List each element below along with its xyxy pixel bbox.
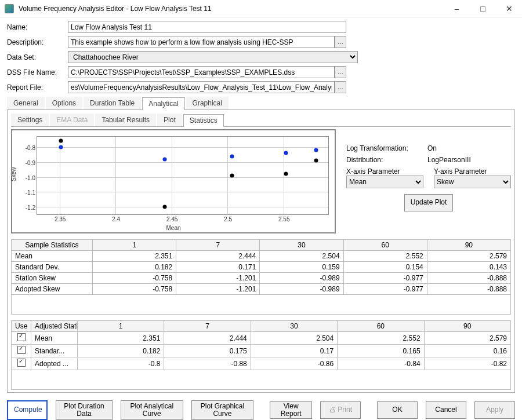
- apply-button: Apply: [474, 401, 515, 419]
- table2-pad: [11, 370, 511, 390]
- description-input[interactable]: [68, 36, 335, 48]
- dataset-select[interactable]: Chattahoochee River: [68, 51, 358, 63]
- log-transformation-value: On: [427, 144, 437, 152]
- use-checkbox[interactable]: [17, 346, 26, 354]
- description-browse-button[interactable]: …: [335, 36, 346, 48]
- cell-value: -0.977: [343, 284, 427, 295]
- name-input[interactable]: [68, 21, 346, 33]
- plot-graphical-curve-button[interactable]: Plot Graphical Curve: [191, 400, 254, 420]
- tab-duration-table[interactable]: Duration Table: [84, 97, 141, 109]
- cancel-button[interactable]: Cancel: [426, 401, 466, 419]
- cell-value[interactable]: 2.444: [164, 332, 251, 345]
- y-axis-label: Skew: [10, 167, 17, 181]
- description-label: Description:: [7, 38, 68, 46]
- use-checkbox[interactable]: [17, 359, 26, 367]
- cell-value[interactable]: 0.175: [164, 345, 251, 357]
- minimize-button[interactable]: ‒: [444, 0, 470, 17]
- table2-header-col: 90: [424, 321, 510, 332]
- table-row: Adopted Skew-0.758-1.201-0.989-0.977-0.8…: [12, 284, 511, 295]
- table-row: Adopted ...-0.8-0.88-0.86-0.84-0.82: [12, 357, 511, 370]
- cell-value[interactable]: -0.82: [424, 357, 510, 370]
- subtab-settings[interactable]: Settings: [11, 114, 49, 126]
- xparam-select[interactable]: Mean: [346, 176, 423, 188]
- cell-value: -0.989: [260, 284, 343, 295]
- ytick-label: -0.9: [26, 159, 35, 166]
- dssfile-browse-button[interactable]: …: [335, 66, 346, 78]
- table2-header-col: 60: [338, 321, 424, 332]
- distribution-value: LogPearsonIII: [427, 156, 471, 164]
- compute-button[interactable]: Compute: [7, 400, 48, 420]
- maximize-button[interactable]: □: [470, 0, 496, 17]
- cell-value: 2.579: [427, 251, 510, 262]
- cell-value[interactable]: 2.504: [251, 332, 337, 345]
- close-button[interactable]: ✕: [496, 0, 522, 17]
- statistics-chart: Skew Mean -0.8-0.9-1.0-1.1-1.2 2.352.42.…: [11, 129, 336, 233]
- subtab-statistics[interactable]: Statistics: [183, 114, 224, 127]
- chart-point: [284, 171, 288, 176]
- table2-header-col: 7: [164, 321, 251, 332]
- plot-duration-data-button[interactable]: Plot Duration Data: [56, 400, 113, 420]
- cell-value[interactable]: -0.86: [251, 357, 337, 370]
- row-label: Mean: [12, 251, 93, 262]
- cell-value[interactable]: 0.17: [251, 345, 337, 357]
- chart-point: [163, 205, 167, 209]
- cell-value: -0.758: [93, 284, 176, 295]
- dssfile-input[interactable]: [68, 66, 335, 78]
- xtick-label: 2.4: [112, 216, 120, 222]
- cell-value[interactable]: 0.16: [424, 345, 510, 357]
- row-label: Standar...: [31, 345, 78, 357]
- table1-header-col: 1: [93, 240, 176, 251]
- chart-point: [59, 139, 63, 143]
- table2-header-adj: Adjusted Statistics: [31, 321, 78, 332]
- table2-header-col: 1: [78, 321, 164, 332]
- row-label: Adopted ...: [31, 357, 78, 370]
- subtab-tabular-results[interactable]: Tabular Results: [95, 114, 156, 126]
- table-row: Station Skew-0.758-1.201-0.989-0.977-0.8…: [12, 273, 511, 284]
- cell-value[interactable]: -0.8: [78, 357, 164, 370]
- xtick-label: 2.5: [224, 216, 232, 222]
- tab-options[interactable]: Options: [46, 97, 82, 109]
- adjusted-statistics-table: UseAdjusted Statistics17306090 Mean2.351…: [11, 320, 511, 370]
- cell-value[interactable]: 2.552: [338, 332, 424, 345]
- tab-analytical[interactable]: Analytical: [142, 97, 184, 110]
- ok-button[interactable]: OK: [377, 401, 418, 419]
- sample-statistics-table: Sample Statistics17306090 Mean2.3512.444…: [11, 239, 511, 295]
- xtick-label: 2.55: [278, 216, 289, 222]
- update-plot-button[interactable]: Update Plot: [404, 194, 454, 211]
- table-row: Standard Dev.0.1820.1710.1590.1540.143: [12, 262, 511, 273]
- ytick-label: -1.0: [26, 174, 35, 181]
- subtab-plot[interactable]: Plot: [157, 114, 182, 126]
- table2-header-use: Use: [12, 321, 31, 332]
- reportfile-browse-button[interactable]: …: [335, 81, 346, 93]
- chart-point: [59, 145, 63, 149]
- cell-value: 0.171: [176, 262, 260, 273]
- table1-header-col: 90: [427, 240, 510, 251]
- tab-graphical[interactable]: Graphical: [186, 97, 229, 109]
- table1-header-label: Sample Statistics: [12, 240, 93, 251]
- tab-general[interactable]: General: [7, 97, 45, 109]
- table-row: Mean2.3512.4442.5042.5522.579: [12, 332, 511, 345]
- chart-point: [314, 148, 318, 152]
- table1-header-col: 60: [343, 240, 427, 251]
- chart-point: [314, 158, 318, 162]
- plot-analytical-curve-button[interactable]: Plot Analytical Curve: [121, 400, 183, 420]
- yparam-select[interactable]: Skew: [434, 176, 511, 188]
- cell-value: -1.201: [176, 273, 260, 284]
- cell-value[interactable]: 2.351: [78, 332, 164, 345]
- chart-point: [163, 157, 167, 161]
- reportfile-input[interactable]: [68, 81, 335, 93]
- cell-value: -0.989: [260, 273, 343, 284]
- ytick-label: -0.8: [26, 145, 35, 151]
- use-checkbox[interactable]: [17, 333, 26, 341]
- print-button: 🖨 Print: [320, 401, 361, 419]
- cell-value[interactable]: 0.182: [78, 345, 164, 357]
- cell-value[interactable]: -0.88: [164, 357, 251, 370]
- cell-value[interactable]: 0.165: [338, 345, 424, 357]
- cell-value[interactable]: 2.579: [424, 332, 510, 345]
- cell-value[interactable]: -0.84: [338, 357, 424, 370]
- view-report-button[interactable]: View Report: [270, 401, 312, 419]
- cell-value: -0.758: [93, 273, 176, 284]
- row-label: Standard Dev.: [12, 262, 93, 273]
- cell-value: 0.182: [93, 262, 176, 273]
- table1-header-col: 7: [176, 240, 260, 251]
